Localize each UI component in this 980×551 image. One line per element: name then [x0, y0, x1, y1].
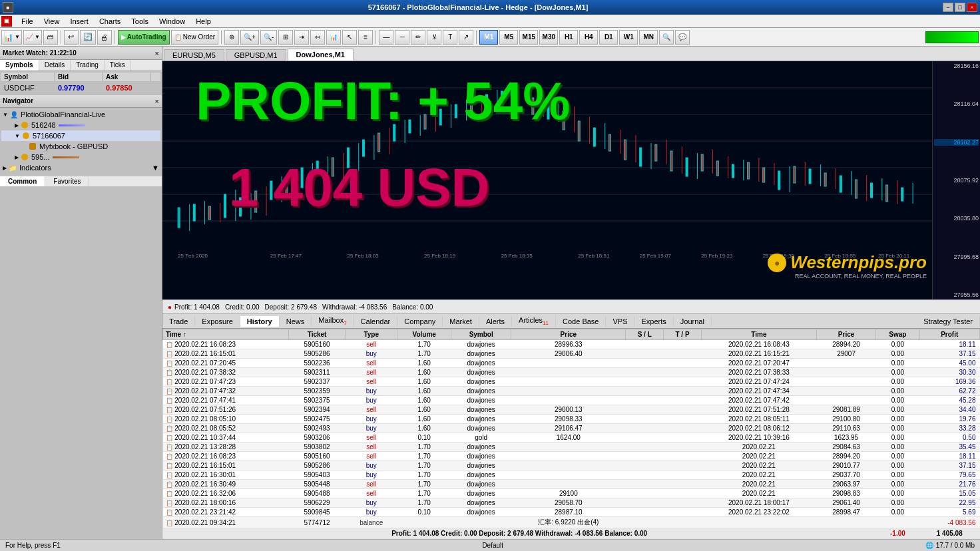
table-row[interactable]: 📋 2020.02.21 16:30:01 5905403 buy 1.70 d…: [163, 470, 980, 480]
nav-item-indicators[interactable]: ▶ 📁 Indicators ▼: [1, 162, 160, 173]
draw-button[interactable]: ✏: [411, 30, 425, 45]
tf-h1-button[interactable]: H1: [559, 30, 578, 45]
tf-m1-button[interactable]: M1: [479, 30, 498, 45]
nav-item-accounts[interactable]: ▼ 👤 PlotioGlobalFinancial-Live: [1, 109, 160, 120]
crosshair-button[interactable]: ⊕: [224, 30, 239, 45]
table-row[interactable]: 📋 2020.02.21 16:08:23 5905160 sell 1.70 …: [163, 452, 980, 461]
search-button[interactable]: 🔍: [659, 30, 674, 45]
profile-button[interactable]: 🗃: [43, 30, 58, 45]
hline-button[interactable]: ─: [395, 30, 409, 45]
tab-codebase[interactable]: Code Base: [556, 316, 606, 327]
table-row[interactable]: 📋 2020.02.21 16:32:06 5905488 sell 1.70 …: [163, 489, 980, 498]
arrow-button[interactable]: ↗: [459, 30, 473, 45]
table-row[interactable]: 📋 2020.02.21 13:28:28 5903802 sell 1.70 …: [163, 443, 980, 452]
tab-market[interactable]: Market: [443, 316, 479, 327]
table-row[interactable]: 📋 2020.02.21 07:51:26 5902394 sell 1.60 …: [163, 405, 980, 415]
menu-help[interactable]: Help: [190, 16, 216, 27]
nav-tab-common[interactable]: Common: [0, 176, 45, 186]
table-row[interactable]: 📋 2020.02.21 10:37:44 5903206 sell 0.10 …: [163, 433, 980, 443]
new-order-button[interactable]: 📋 New Order: [171, 30, 218, 45]
chart-tab-eurusd[interactable]: EURUSD,M5: [164, 49, 224, 61]
nav-item-595[interactable]: ▶ 595...: [1, 152, 160, 162]
tf-m30-button[interactable]: M30: [539, 30, 558, 45]
chart-tab-dowjones[interactable]: DowJones,M1: [288, 49, 354, 61]
tab-experts[interactable]: Experts: [634, 316, 673, 327]
text-button[interactable]: T: [443, 30, 457, 45]
market-watch-close[interactable]: ×: [155, 49, 159, 57]
table-row[interactable]: 📋 2020.02.21 08:05:10 5902475 buy 1.60 d…: [163, 415, 980, 424]
tab-history[interactable]: History: [240, 316, 280, 327]
tf-m15-button[interactable]: M15: [519, 30, 538, 45]
tab-articles[interactable]: Articles11: [512, 315, 556, 327]
tf-m5-button[interactable]: M5: [499, 30, 518, 45]
menu-window[interactable]: Window: [154, 16, 190, 27]
nav-item-516248[interactable]: ▶ 516248: [1, 120, 160, 130]
tf-mn-button[interactable]: MN: [639, 30, 658, 45]
mw-tab-ticks[interactable]: Ticks: [105, 60, 131, 71]
period-sep-button[interactable]: ≡: [358, 30, 373, 45]
autotrading-button[interactable]: ▶ AutoTrading: [118, 30, 170, 45]
mw-tab-symbols[interactable]: Symbols: [0, 60, 39, 71]
tab-trade[interactable]: Trade: [162, 316, 195, 327]
table-row[interactable]: 📋 2020.02.21 16:15:01 5905286 buy 1.70 d…: [163, 461, 980, 470]
tf-w1-button[interactable]: W1: [619, 30, 638, 45]
properties-button[interactable]: ⊞: [278, 30, 293, 45]
menu-insert[interactable]: Insert: [65, 16, 94, 27]
tab-journal[interactable]: Journal: [674, 316, 712, 327]
menu-charts[interactable]: Charts: [94, 16, 126, 27]
mw-tab-trading[interactable]: Trading: [71, 60, 105, 71]
new-chart-button[interactable]: 📊▼: [1, 30, 22, 45]
nav-item-57166[interactable]: ▼ 57166067: [1, 130, 160, 141]
table-row[interactable]: 📋 2020.02.21 16:15:01 5905286 buy 1.70 d…: [163, 349, 980, 359]
cell-price-open: 29000.13: [511, 405, 626, 415]
table-row[interactable]: 📋 2020.02.21 07:20:45 5902236 sell 1.60 …: [163, 359, 980, 368]
table-row[interactable]: 📋 2020.02.21 09:34:21 5774712 balance 汇率…: [163, 517, 980, 528]
table-row[interactable]: 📋 2020.02.21 07:38:32 5902311 sell 1.60 …: [163, 368, 980, 377]
fib-button[interactable]: ⊻: [427, 30, 441, 45]
chart-shift-button[interactable]: 📊: [326, 30, 341, 45]
scroll-begin-button[interactable]: ↤: [310, 30, 325, 45]
table-row[interactable]: 📋 2020.02.21 07:47:41 5902375 buy 1.60 d…: [163, 396, 980, 405]
table-row[interactable]: 📋 2020.02.21 23:21:42 5909845 buy 0.10 d…: [163, 508, 980, 517]
maximize-button[interactable]: □: [955, 3, 965, 12]
nav-item-myfxbook[interactable]: Myfxbook - GBPUSD: [1, 141, 160, 152]
svg-rect-69: [655, 144, 657, 161]
tab-mailbox[interactable]: Mailbox7: [312, 315, 354, 327]
minimize-button[interactable]: −: [943, 3, 953, 12]
tab-alerts[interactable]: Alerts: [479, 316, 512, 327]
tab-vps[interactable]: VPS: [606, 316, 634, 327]
tab-news[interactable]: News: [280, 316, 312, 327]
cell-time-open: 📋 2020.02.21 16:30:49: [163, 480, 289, 489]
cursor-button[interactable]: ↖: [342, 30, 357, 45]
close-button[interactable]: ×: [967, 3, 977, 12]
navigator-close[interactable]: ×: [155, 97, 159, 105]
table-row[interactable]: 📋 2020.02.21 07:47:23 5902337 sell 1.60 …: [163, 377, 980, 387]
comment-button[interactable]: 💬: [675, 30, 690, 45]
menu-view[interactable]: View: [39, 16, 65, 27]
menu-file[interactable]: File: [16, 16, 39, 27]
table-row[interactable]: 📋 2020.02.21 16:08:23 5905160 sell 1.70 …: [163, 340, 980, 349]
chart-tab-gbpusd[interactable]: GBPUSD,M1: [226, 49, 286, 61]
tf-d1-button[interactable]: D1: [599, 30, 618, 45]
tab-company[interactable]: Company: [397, 316, 443, 327]
zoom-out-button[interactable]: 🔍-: [260, 30, 277, 45]
zoom-in-button[interactable]: 🔍+: [240, 30, 259, 45]
undo-button[interactable]: ↩: [64, 30, 79, 45]
table-row[interactable]: 📋 2020.02.21 07:47:32 5902359 buy 1.60 d…: [163, 387, 980, 396]
tab-calendar[interactable]: Calendar: [354, 316, 398, 327]
redo-button[interactable]: 🔄: [80, 30, 96, 45]
strategy-tester-tab[interactable]: Strategy Tester: [917, 316, 980, 327]
nav-tab-favorites[interactable]: Favorites: [45, 176, 89, 186]
table-row[interactable]: 📋 2020.02.21 16:30:49 5905448 sell 1.70 …: [163, 480, 980, 489]
tab-exposure[interactable]: Exposure: [195, 316, 240, 327]
menu-tools[interactable]: Tools: [126, 16, 154, 27]
table-row[interactable]: 📋 2020.02.21 08:05:52 5902493 buy 1.60 d…: [163, 424, 980, 433]
mw-tab-details[interactable]: Details: [39, 60, 71, 71]
tf-h4-button[interactable]: H4: [579, 30, 598, 45]
print-button[interactable]: 🖨: [97, 30, 112, 45]
table-row[interactable]: 📋 2020.02.21 18:00:16 5906229 buy 1.70 d…: [163, 498, 980, 508]
line-button[interactable]: —: [379, 30, 393, 45]
mw-row-usdchf[interactable]: USDCHF 0.97790 0.97850: [1, 83, 160, 92]
scroll-end-button[interactable]: ⇥: [294, 30, 309, 45]
chart-options-button[interactable]: 📈▼: [23, 30, 42, 45]
